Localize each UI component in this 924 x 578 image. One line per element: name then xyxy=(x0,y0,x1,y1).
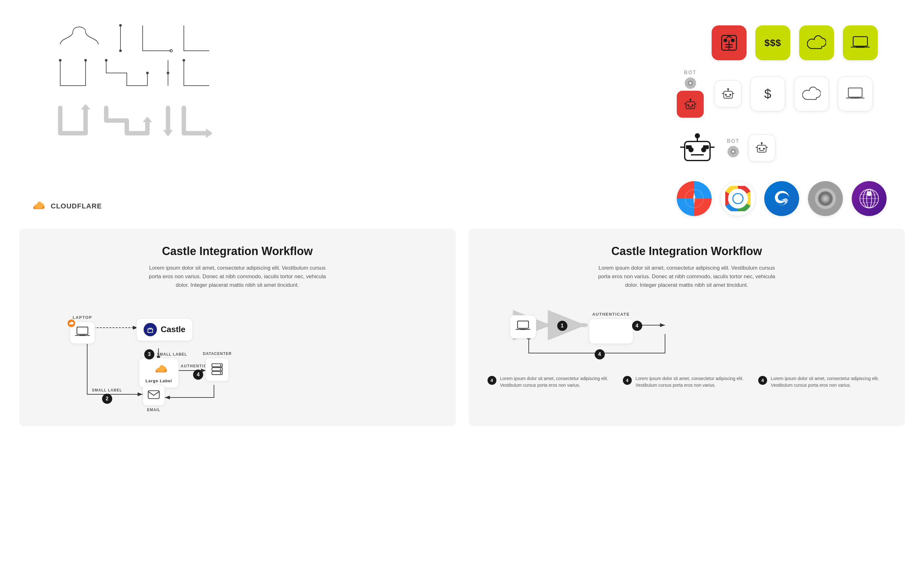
svg-point-10 xyxy=(183,59,185,62)
cloud-white xyxy=(794,76,829,111)
cloudflare-cloud-icon xyxy=(25,200,47,213)
auth-node-group: AUTHENTICATE xyxy=(589,312,633,344)
left-workflow-title: Castle Integration Workflow xyxy=(38,245,437,258)
svg-rect-19 xyxy=(853,37,867,46)
right-diagram-svg xyxy=(487,302,886,366)
bot-white-small xyxy=(714,80,741,107)
robot-large-icon xyxy=(677,127,718,169)
note-dot-1: 4 xyxy=(487,376,497,385)
laptop-node-box xyxy=(70,321,95,344)
svg-point-38 xyxy=(732,151,735,153)
datacenter-label: DATACENTER xyxy=(203,351,232,356)
left-workflow-diagram: LAPTOP xyxy=(38,302,437,410)
laptop-node: LAPTOP xyxy=(70,315,95,344)
left-workflow-card: Castle Integration Workflow Lorem ipsum … xyxy=(19,229,456,426)
cloudflare-text-label: CLOUDFLARE xyxy=(51,202,102,210)
svg-point-27 xyxy=(725,94,727,96)
right-workflow-card: Castle Integration Workflow Lorem ipsum … xyxy=(469,229,905,426)
note-item-3: 4 Lorem ipsum dolor sit amet, consectetu… xyxy=(758,375,886,389)
svg-point-40 xyxy=(759,148,761,150)
email-box xyxy=(142,385,165,406)
small-label2: SMALL LABEL xyxy=(92,388,122,393)
right-bottom-notes: 4 Lorem ipsum dolor sit amet, consectetu… xyxy=(487,375,886,389)
bot-white-small2 xyxy=(748,135,775,161)
connector-shapes-svg xyxy=(51,19,222,165)
bottom-section: Castle Integration Workflow Lorem ipsum … xyxy=(0,229,924,445)
bot-badge-dot2 xyxy=(727,146,739,157)
laptop-label: LAPTOP xyxy=(73,315,92,320)
note-item-2: 4 Lorem ipsum dolor sit amet, consectetu… xyxy=(623,375,751,389)
svg-rect-66 xyxy=(77,327,88,334)
note-text-3: Lorem ipsum dolor sit amet, consectetur … xyxy=(771,375,886,389)
right-workflow-diagram: 1 AUTHENTICATE 4 4 xyxy=(487,302,886,366)
svg-point-4 xyxy=(59,59,61,62)
svg-point-21 xyxy=(689,82,691,84)
svg-point-18 xyxy=(731,38,735,42)
laptop-white xyxy=(838,76,873,111)
svg-point-61 xyxy=(867,191,872,196)
castle-name-label: Castle xyxy=(161,325,185,334)
right-authenticate-label: AUTHENTICATE xyxy=(592,312,629,317)
svg-rect-30 xyxy=(848,88,862,97)
note-dot-3: 4 xyxy=(758,376,767,385)
datacenter-node: DATACENTER xyxy=(203,351,232,381)
svg-rect-73 xyxy=(148,391,159,398)
svg-point-34 xyxy=(695,133,700,138)
svg-point-25 xyxy=(689,99,691,101)
svg-point-5 xyxy=(84,59,87,62)
right-laptop-node xyxy=(510,315,536,338)
chromium-icon xyxy=(808,181,843,216)
email-node: EMAIL xyxy=(142,385,165,412)
auth-with-step xyxy=(589,318,633,344)
note-text-1: Lorem ipsum dolor sit amet, consectetur … xyxy=(500,375,615,389)
svg-point-9 xyxy=(167,72,169,74)
bot-badge-group2: BOT xyxy=(727,138,740,157)
note-item-1: 4 Lorem ipsum dolor sit amet, consectetu… xyxy=(487,375,615,389)
bot-badge-group: BOT xyxy=(677,70,704,118)
bot-red-small xyxy=(677,91,704,118)
safari-icon xyxy=(677,181,712,216)
step-3-circle: 3 xyxy=(144,349,154,359)
step2-group: SMALL LABEL 2 xyxy=(92,388,122,404)
svg-point-6 xyxy=(105,59,107,62)
cloudflare-logo: CLOUDFLARE xyxy=(25,200,102,213)
svg-point-1 xyxy=(119,24,122,27)
svg-marker-14 xyxy=(163,130,173,136)
connector-area: CLOUDFLARE xyxy=(25,19,677,216)
laptop-icon-yellow xyxy=(843,25,878,60)
svg-point-72 xyxy=(220,372,221,374)
svg-point-41 xyxy=(763,148,765,150)
icons-row-1: $$$ xyxy=(677,25,899,60)
icons-area: $$$ BOT xyxy=(677,19,899,216)
dollar-white: $ xyxy=(750,76,785,111)
svg-point-2 xyxy=(119,49,122,52)
top-section: CLOUDFLARE $$$ xyxy=(0,0,924,229)
large-label: Large Label xyxy=(146,378,172,383)
castle-node: Castle xyxy=(136,318,193,341)
svg-point-42 xyxy=(761,142,763,144)
svg-rect-79 xyxy=(517,321,528,328)
svg-point-7 xyxy=(146,72,149,74)
svg-rect-35 xyxy=(686,145,692,149)
money-icon-yellow: $$$ xyxy=(756,25,790,60)
edge-icon xyxy=(764,181,799,216)
right-step-4: 4 xyxy=(632,321,642,331)
bot-label2: BOT xyxy=(727,138,740,144)
cloudflare-node: Large Label xyxy=(139,358,179,388)
svg-point-71 xyxy=(220,368,221,370)
bug-icon-red xyxy=(712,25,746,60)
svg-point-17 xyxy=(724,38,727,42)
right-workflow-title: Castle Integration Workflow xyxy=(487,245,886,258)
cf-mini-badge xyxy=(68,320,75,327)
svg-marker-12 xyxy=(142,117,152,122)
cloud-icon-yellow xyxy=(799,25,834,60)
chrome-icon xyxy=(720,181,756,216)
bot-badge-dot xyxy=(685,77,696,89)
icons-row-3: BOT xyxy=(677,127,899,169)
svg-point-24 xyxy=(692,104,694,106)
svg-point-29 xyxy=(727,88,729,90)
small-label: SMALL LABEL xyxy=(157,352,187,357)
step-2-circle: 2 xyxy=(102,394,112,404)
svg-marker-15 xyxy=(206,128,212,138)
note-dot-2: 4 xyxy=(623,376,632,385)
